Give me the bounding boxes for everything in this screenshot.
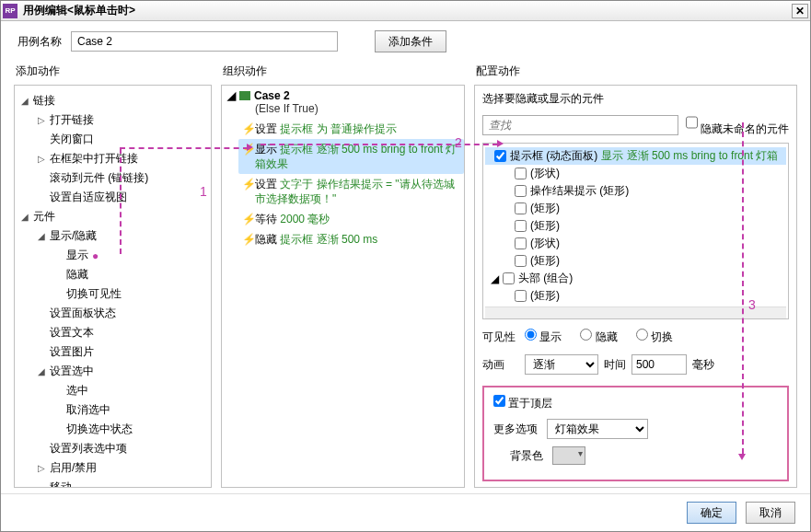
bolt-icon: ⚡ xyxy=(242,177,255,206)
time-input[interactable] xyxy=(631,354,687,375)
add-condition-button[interactable]: 添加条件 xyxy=(375,30,446,52)
cancel-button[interactable]: 取消 xyxy=(746,502,795,524)
more-options-select[interactable]: 灯箱效果 xyxy=(547,419,648,439)
tree-selected[interactable]: ◢设置选中 xyxy=(35,362,207,381)
col-mid-header: 组织动作 xyxy=(221,60,465,85)
widget-checkbox[interactable] xyxy=(503,272,515,284)
select-widgets-label: 选择要隐藏或显示的元件 xyxy=(482,91,789,107)
close-icon[interactable]: ✕ xyxy=(792,4,808,18)
radio-toggle[interactable]: 切换 xyxy=(636,329,673,345)
tree-open-link[interactable]: ▷打开链接 xyxy=(35,110,207,130)
tree-set-text[interactable]: 设置文本 xyxy=(35,323,207,342)
widget-row[interactable]: (矩形) xyxy=(485,200,786,217)
tree-toggle-vis[interactable]: 切换可见性 xyxy=(52,284,207,304)
col-left-header: 添加动作 xyxy=(14,60,212,85)
widget-row[interactable]: (矩形) xyxy=(485,252,786,270)
case-name-label: 用例名称 xyxy=(17,34,62,50)
configure-panel: 选择要隐藏或显示的元件 隐藏未命名的元件 提示框 (动态面板) 显示 逐渐 50… xyxy=(474,85,797,488)
radio-hide[interactable]: 隐藏 xyxy=(580,329,617,345)
tree-close-window[interactable]: 关闭窗口 xyxy=(35,130,207,149)
hscrollbar[interactable] xyxy=(485,306,786,319)
search-input[interactable] xyxy=(482,115,678,135)
tree-panel-state[interactable]: 设置面板状态 xyxy=(35,304,207,323)
widget-checkbox[interactable] xyxy=(515,185,527,197)
widget-checkbox[interactable] xyxy=(515,290,527,302)
widget-row[interactable]: (矩形) xyxy=(485,217,786,235)
widget-row[interactable]: 提示框 (动态面板) 显示 逐渐 500 ms bring to front 灯… xyxy=(485,147,786,165)
case-name-input[interactable] xyxy=(71,31,338,52)
actions-tree[interactable]: ◢链接 ▷打开链接 关闭窗口 ▷在框架中打开链接 滚动到元件 (锚链接) 设置自… xyxy=(14,85,212,488)
widget-checkbox[interactable] xyxy=(515,220,527,232)
radio-show[interactable]: 显示 xyxy=(525,329,562,345)
tree-sel[interactable]: 选中 xyxy=(52,381,207,400)
tree-toggle-sel[interactable]: 切换选中状态 xyxy=(52,420,207,439)
tree-show[interactable]: 显示 ● xyxy=(52,246,207,265)
tree-set-image[interactable]: 设置图片 xyxy=(35,342,207,362)
app-icon: RP xyxy=(3,4,17,18)
tree-move[interactable]: 移动 xyxy=(35,478,207,488)
tree-widget[interactable]: ◢元件 xyxy=(18,207,207,226)
bgcolor-picker[interactable] xyxy=(552,446,585,465)
widget-checkbox[interactable] xyxy=(494,150,506,162)
widget-checkbox[interactable] xyxy=(515,168,527,179)
case-header[interactable]: ◢Case 2 xyxy=(227,89,458,102)
time-unit: 毫秒 xyxy=(692,357,714,373)
widget-checkbox[interactable] xyxy=(515,255,527,267)
col-right-header: 配置动作 xyxy=(474,60,797,85)
window-title: 用例编辑<鼠标单击时> xyxy=(23,3,792,18)
action-row[interactable]: ⚡设置 提示框 为 普通操作提示 xyxy=(238,119,464,139)
case-icon xyxy=(239,91,250,100)
else-label: (Else If True) xyxy=(255,102,458,115)
widget-row[interactable]: (矩形) xyxy=(485,287,786,305)
time-label: 时间 xyxy=(604,357,626,373)
bolt-icon: ⚡ xyxy=(242,121,255,136)
bgcolor-label: 背景色 xyxy=(510,448,543,464)
ok-button[interactable]: 确定 xyxy=(687,502,736,524)
widget-row[interactable]: ◢头部 (组合) xyxy=(485,270,786,287)
tree-enable[interactable]: ▷启用/禁用 xyxy=(35,458,207,478)
more-options-label: 更多选项 xyxy=(493,422,538,437)
tree-hide[interactable]: 隐藏 xyxy=(52,265,207,284)
tree-list-item[interactable]: 设置列表选中项 xyxy=(35,439,207,458)
action-row[interactable]: ⚡隐藏 提示框 逐渐 500 ms xyxy=(238,229,464,249)
bring-to-front-check[interactable]: 置于顶层 xyxy=(493,395,552,411)
tree-link[interactable]: ◢链接 xyxy=(18,91,207,110)
anim-label: 动画 xyxy=(482,357,519,373)
widget-row[interactable]: (形状) xyxy=(485,235,786,252)
titlebar: RP 用例编辑<鼠标单击时> ✕ xyxy=(1,1,810,21)
widget-checkbox[interactable] xyxy=(515,237,527,249)
tree-unsel[interactable]: 取消选中 xyxy=(52,400,207,420)
widget-row[interactable]: (形状) xyxy=(485,165,786,182)
bolt-icon: ⚡ xyxy=(242,212,255,226)
bolt-icon: ⚡ xyxy=(242,232,255,247)
action-row[interactable]: ⚡设置 文字于 操作结果提示 = "请从待选城市选择数据项！" xyxy=(238,174,464,209)
widget-checkbox[interactable] xyxy=(515,202,527,214)
hide-unnamed-check[interactable]: 隐藏未命名的元件 xyxy=(686,112,789,137)
widget-row[interactable]: 操作结果提示 (矩形) xyxy=(485,182,786,200)
action-row[interactable]: ⚡等待 2000 毫秒 xyxy=(238,209,464,229)
anim-select[interactable]: 逐渐 xyxy=(525,354,598,375)
